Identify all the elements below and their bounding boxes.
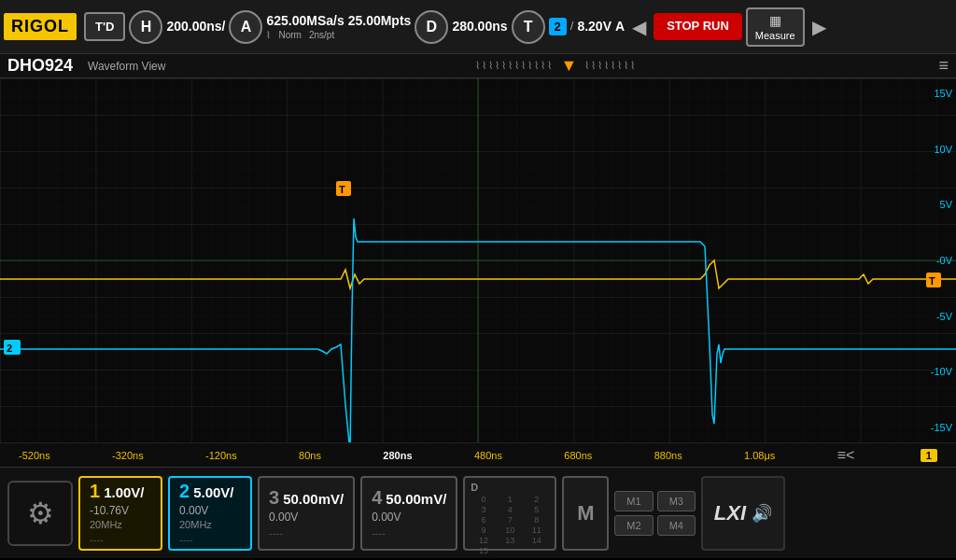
t-ch: A — [615, 18, 625, 35]
a-param: 625.00MSa/s 25.00Mpts ⌇ Norm 2ns/pt — [266, 12, 411, 41]
t-group: T 2 / 8.20V A — [512, 10, 626, 44]
m4-button[interactable]: M4 — [657, 515, 696, 536]
a-time-per-pt: 2ns/pt — [309, 29, 334, 41]
h-param: 200.00ns/ — [166, 18, 225, 35]
t-ch-label: A — [615, 18, 625, 35]
m2-button[interactable]: M2 — [614, 515, 653, 536]
d-ch-5: 5 — [524, 505, 549, 514]
ch2-volt: 5.00V/ — [193, 484, 233, 500]
h-button[interactable]: H — [129, 10, 162, 44]
lxi-block[interactable]: LXI 🔊 — [701, 476, 785, 551]
d-label: D — [471, 482, 549, 493]
d-ch-13: 13 — [498, 536, 523, 545]
td-button[interactable]: T'D — [84, 12, 125, 41]
d-ch-12: 12 — [471, 536, 496, 545]
bottom-bar: ⚙ 1 1.00V/ -10.76V 20MHz ---- 2 5.00V/ 0… — [0, 467, 956, 558]
time-label-8: 1.08μs — [744, 450, 775, 461]
h-group: H 200.00ns/ — [129, 10, 225, 44]
ch1-dots: ---- — [90, 534, 104, 545]
channel-3-button[interactable]: 3 50.00mV/ 0.00V ---- — [258, 476, 355, 551]
t-level: 8.20V — [577, 18, 612, 35]
second-bar: DHO924 Waveform View ⌇⌇⌇⌇⌇⌇⌇⌇⌇⌇⌇⌇ ▼ ⌇⌇⌇⌇… — [0, 54, 956, 78]
t-edge-icon: / — [570, 19, 574, 35]
ch3-volt: 50.00mV/ — [283, 491, 344, 507]
d-ch-3: 3 — [471, 505, 496, 514]
time-axis: -520ns -320ns -120ns 80ns 280ns 480ns 68… — [0, 442, 956, 467]
ch3-dots: ---- — [269, 527, 283, 539]
a-button[interactable]: A — [229, 10, 262, 44]
time-label-2: -120ns — [205, 450, 237, 461]
ch1-offset: -10.76V — [90, 504, 129, 517]
waveform-menu-icon[interactable]: ≡< — [837, 447, 855, 464]
t-param: / — [570, 19, 574, 35]
svg-text:T: T — [929, 275, 935, 287]
measure-icon: ▦ — [769, 13, 781, 28]
channel-4-button[interactable]: 4 50.00mV/ 0.00V ---- — [360, 476, 457, 551]
trigger-position-arrow: ▼ — [561, 56, 578, 76]
a-waveform-icon: ⌇ — [266, 29, 271, 41]
d-button[interactable]: D — [415, 10, 448, 44]
m-label: M — [577, 501, 594, 525]
ch4-dots: ---- — [372, 527, 386, 539]
ch4-number: 4 — [372, 487, 382, 509]
stop-run-button[interactable]: STOP RUN — [654, 13, 742, 40]
ch2-dots: ---- — [179, 534, 193, 545]
m1-button[interactable]: M1 — [614, 491, 653, 511]
model-name: DHO924 — [7, 56, 73, 76]
m-block[interactable]: M — [562, 476, 609, 551]
time-label-1: -320ns — [112, 450, 144, 461]
hamburger-menu[interactable]: ≡ — [938, 56, 949, 76]
d-ch-6: 6 — [471, 515, 496, 525]
channel-1-button[interactable]: 1 1.00V/ -10.76V 20MHz ---- — [78, 476, 162, 551]
time-label-7: 880ns — [654, 450, 682, 461]
h-timebase: 200.00ns/ — [166, 18, 225, 35]
settings-gear-button[interactable]: ⚙ — [7, 481, 73, 546]
rigol-logo: RIGOL — [4, 13, 77, 40]
time-label-4: 280ns — [383, 450, 412, 461]
ch1-volt: 1.00V/ — [104, 484, 144, 500]
d-group: D 280.00ns — [415, 10, 507, 44]
d-channel-grid: 0 1 2 3 4 5 6 7 8 9 10 11 12 13 14 15 — [471, 495, 549, 555]
measure-button[interactable]: ▦ Measure — [746, 7, 805, 47]
m3-button[interactable]: M3 — [657, 491, 696, 511]
a-sample-rate: 625.00MSa/s 25.00Mpts — [266, 12, 411, 29]
t-button[interactable]: T — [512, 10, 545, 44]
time-label-6: 680ns — [564, 450, 592, 461]
d-ch-2: 2 — [524, 495, 549, 504]
mem-row-1: M1 M3 — [614, 491, 696, 511]
waveform-view-label: Waveform View — [88, 60, 165, 73]
d-ch-10: 10 — [498, 525, 523, 535]
d-ch-4: 4 — [498, 505, 523, 514]
a-group: A 625.00MSa/s 25.00Mpts ⌇ Norm 2ns/pt — [229, 10, 411, 44]
mem-row-2: M2 M4 — [614, 515, 696, 536]
svg-text:2: 2 — [7, 343, 12, 354]
t-channel-badge: 2 — [549, 18, 567, 35]
nav-right-arrow[interactable]: ▶ — [808, 16, 830, 38]
d-param: 280.00ns — [452, 18, 507, 35]
top-bar: RIGOL T'D H 200.00ns/ A 625.00MSa/s 25.0… — [0, 0, 956, 54]
ch2-number: 2 — [179, 481, 190, 502]
d-ch-11: 11 — [524, 525, 549, 535]
time-label-3: 80ns — [299, 450, 321, 461]
ch1-number: 1 — [90, 481, 100, 502]
speaker-icon: 🔊 — [752, 503, 772, 524]
d-ch-8: 8 — [524, 515, 549, 525]
d-ch-15: 15 — [471, 546, 496, 555]
d-ch-1: 1 — [498, 495, 523, 504]
nav-waveform-dots: ⌇⌇⌇⌇⌇⌇⌇⌇⌇⌇⌇⌇ ▼ ⌇⌇⌇⌇⌇⌇⌇⌇ — [173, 56, 938, 76]
d-ch-7: 7 — [498, 515, 523, 525]
a-mode: Norm — [278, 29, 301, 41]
d-ch-9: 9 — [471, 525, 496, 535]
measure-label: Measure — [755, 30, 795, 41]
d-channels-block[interactable]: D 0 1 2 3 4 5 6 7 8 9 10 11 12 13 14 15 — [463, 476, 556, 551]
ch3-number: 3 — [269, 487, 279, 509]
ch1-freq: 20MHz — [90, 519, 122, 530]
channel-2-button[interactable]: 2 5.00V/ 0.00V 20MHz ---- — [168, 476, 252, 551]
waveform-svg: 2 T T — [0, 78, 956, 442]
nav-left-arrow[interactable]: ◀ — [628, 16, 650, 38]
d-delay: 280.00ns — [452, 18, 507, 35]
lxi-label: LXI — [714, 501, 746, 525]
page-number: 1 — [921, 449, 937, 462]
time-label-0: -520ns — [19, 450, 50, 461]
t-level-param: 8.20V — [577, 18, 612, 35]
